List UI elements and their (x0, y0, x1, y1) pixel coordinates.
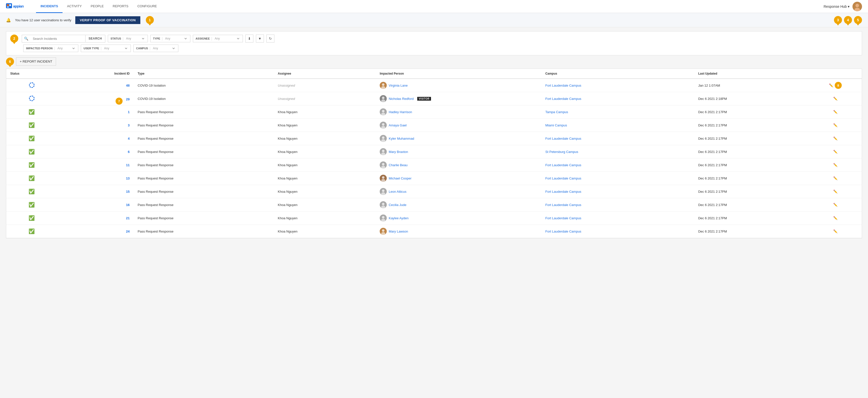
visitor-badge: VISITOR (417, 97, 431, 101)
nav-reports[interactable]: REPORTS (108, 0, 133, 13)
incident-type: Pass Request Response (133, 145, 274, 159)
assignee-filter[interactable]: ASSIGNEE | Any (193, 35, 243, 42)
svg-point-13 (382, 96, 384, 99)
status-pending-icon (29, 82, 34, 88)
impacted-person: Kyler Muhammad (376, 132, 541, 145)
edit-icon[interactable]: ✏️ (833, 229, 837, 233)
incident-campus[interactable]: Fort Lauderdale Campus (541, 185, 694, 198)
edit-cell: ✏️ (809, 159, 862, 172)
campus-filter[interactable]: CAMPUS | Any (133, 45, 178, 52)
edit-icon[interactable]: ✏️ (833, 110, 837, 114)
person-avatar (380, 162, 387, 168)
person-name[interactable]: Mary Lawson (389, 230, 408, 233)
incident-type: Pass Request Response (133, 119, 274, 132)
appian-logo[interactable]: appian (6, 2, 26, 11)
filter-icon-button[interactable]: ▼ (256, 34, 264, 42)
person-name[interactable]: Nicholas Redford (389, 97, 414, 101)
incident-assignee: Khoa Nguyen (274, 185, 376, 198)
incident-campus[interactable]: Fort Lauderdale Campus (541, 132, 694, 145)
avatar[interactable] (852, 2, 862, 11)
assignee-select[interactable]: Any (214, 36, 240, 40)
incident-campus[interactable]: Fort Lauderdale Campus (541, 92, 694, 105)
incident-campus[interactable]: St Petersburg Campus (541, 145, 694, 159)
last-updated: Dec 6 2021 2:17PM (694, 225, 809, 238)
search-input[interactable] (30, 35, 85, 42)
person-name[interactable]: Charlie Beau (389, 163, 407, 167)
person-name[interactable]: Amaya Gael (389, 123, 407, 127)
table-row: ✅24Pass Request ResponseKhoa NguyenMary … (6, 225, 862, 238)
user-type-select[interactable]: Any (103, 46, 128, 50)
incident-id: 21 (57, 211, 134, 225)
impacted-person: Leon Atticus (376, 185, 541, 198)
edit-icon[interactable]: ✏️ (833, 96, 837, 101)
callout-badge-3: 3 (834, 16, 842, 24)
edit-cell: ✏️ (809, 145, 862, 159)
incident-campus[interactable]: Fort Lauderdale Campus (541, 79, 694, 92)
person-name[interactable]: Mary Braxton (389, 150, 408, 154)
callout-badge-6: 6 (6, 58, 14, 65)
edit-icon[interactable]: ✏️ (833, 150, 837, 154)
download-button[interactable]: ⬇ (245, 34, 253, 42)
incidents-table: Status Incident ID Type Assignee Impacte… (6, 68, 862, 238)
svg-point-40 (382, 216, 384, 219)
nav-people[interactable]: PEOPLE (86, 0, 108, 13)
incident-id: 1 (57, 105, 134, 119)
incident-campus[interactable]: Fort Lauderdale Campus (541, 159, 694, 172)
edit-icon[interactable]: ✏️ (833, 136, 837, 140)
svg-point-31 (382, 176, 384, 179)
status-complete-icon: ✅ (29, 122, 35, 128)
edit-icon[interactable]: ✏️ (833, 216, 837, 220)
nav-activity[interactable]: ACTIVITY (63, 0, 86, 13)
type-select[interactable]: Any (164, 36, 188, 40)
edit-icon[interactable]: ✏️ (833, 190, 837, 194)
edit-icon[interactable]: ✏️ (833, 123, 837, 127)
edit-icon[interactable]: ✏️ (833, 176, 837, 180)
svg-point-19 (382, 123, 384, 126)
refresh-button[interactable]: ↻ (267, 34, 274, 42)
impacted-person: Michael Cooper (376, 172, 541, 185)
svg-point-10 (382, 83, 384, 86)
edit-icon[interactable]: ✏️ (829, 83, 833, 87)
incident-campus[interactable]: Miami Campus (541, 119, 694, 132)
verify-vaccination-button[interactable]: VERIFY PROOF OF VACCINATION (75, 16, 140, 24)
actions-row: 6 + REPORT INCIDENT (6, 57, 862, 65)
status-select[interactable]: Any (125, 36, 145, 40)
user-type-filter[interactable]: USER TYPE | Any (81, 45, 131, 52)
incident-assignee: Khoa Nguyen (274, 172, 376, 185)
filters-container: 2 🔍 SEARCH STATUS | Any TYPE | A (6, 31, 862, 55)
incident-id: 6 (57, 145, 134, 159)
person-name[interactable]: Michael Cooper (389, 176, 411, 180)
person-name[interactable]: Leon Atticus (389, 190, 406, 194)
campus-select[interactable]: Any (152, 46, 176, 50)
incident-type: COVID-19 Isolation (133, 92, 274, 105)
report-incident-button[interactable]: + REPORT INCIDENT (16, 57, 56, 65)
person-name[interactable]: Cecilia Jude (389, 203, 406, 207)
person-name[interactable]: Hadley Harrison (389, 110, 412, 114)
incident-campus[interactable]: Fort Lauderdale Campus (541, 225, 694, 238)
impacted-person: Virginia Lane (376, 79, 541, 92)
person-name[interactable]: Kyler Muhammad (389, 137, 414, 140)
nav-incidents[interactable]: INCIDENTS (36, 0, 63, 13)
incident-campus[interactable]: Fort Lauderdale Campus (541, 198, 694, 211)
incident-campus[interactable]: Fort Lauderdale Campus (541, 211, 694, 225)
search-button[interactable]: SEARCH (85, 35, 105, 42)
impacted-person-filter[interactable]: IMPACTED PERSON | Any (23, 45, 78, 52)
impacted-person: Charlie Beau (376, 159, 541, 172)
person-name[interactable]: Kaylee Ayden (389, 216, 408, 220)
edit-icon[interactable]: ✏️ (833, 163, 837, 167)
nav-configure[interactable]: CONFIGURE (133, 0, 161, 13)
impacted-person-select[interactable]: Any (57, 46, 75, 50)
last-updated: Dec 6 2021 2:17PM (694, 185, 809, 198)
person-name[interactable]: Virginia Lane (389, 84, 408, 87)
incident-id: 7 29 (57, 92, 134, 105)
type-filter[interactable]: TYPE | Any (150, 35, 190, 42)
svg-point-28 (382, 163, 384, 166)
last-updated: Dec 6 2021 2:17PM (694, 105, 809, 119)
incident-assignee: Khoa Nguyen (274, 211, 376, 225)
response-hub-menu[interactable]: Response Hub ▾ (824, 4, 849, 8)
callout-badge-2: 2 (10, 34, 18, 42)
incident-campus[interactable]: Tampa Campus (541, 105, 694, 119)
edit-icon[interactable]: ✏️ (833, 203, 837, 207)
status-filter[interactable]: STATUS | Any (108, 35, 148, 42)
incident-campus[interactable]: Fort Lauderdale Campus (541, 172, 694, 185)
